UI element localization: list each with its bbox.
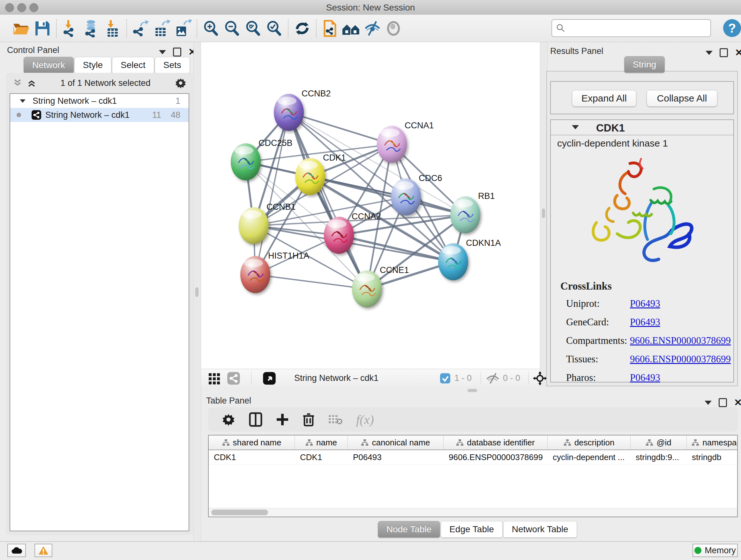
column-header-shared-name[interactable]: shared name bbox=[209, 435, 295, 449]
network-canvas[interactable]: CCNB2CCNA1CDC25BCDK1CDC6RB1CCNB1CCNA2CDK… bbox=[201, 42, 540, 369]
crosslink-link[interactable]: P06493 bbox=[630, 372, 660, 383]
warnings-button[interactable] bbox=[35, 544, 52, 557]
hidden-count: 0 - 0 bbox=[503, 373, 520, 383]
float-panel-icon[interactable] bbox=[720, 48, 728, 57]
table-cell[interactable]: cyclin-dependent ... bbox=[548, 450, 630, 464]
expand-all-tree-icon[interactable] bbox=[27, 78, 37, 87]
zoom-fit-button[interactable] bbox=[243, 18, 264, 39]
close-panel-icon[interactable]: ✕ bbox=[735, 48, 741, 57]
save-session-button[interactable] bbox=[32, 18, 53, 39]
add-column-icon[interactable] bbox=[276, 413, 289, 426]
edge-CCNB2-CCNA1[interactable] bbox=[289, 112, 392, 144]
selected-checkbox-icon[interactable] bbox=[440, 373, 451, 384]
node-CDK1[interactable]: CDK1 bbox=[295, 153, 346, 195]
string-import-button[interactable] bbox=[320, 18, 341, 39]
export-table-button[interactable] bbox=[151, 18, 172, 39]
node-RB1[interactable]: RB1 bbox=[450, 191, 495, 233]
crosslink-link[interactable]: 9606.ENSP00000378699 bbox=[630, 335, 731, 347]
panel-menu-icon[interactable] bbox=[704, 401, 712, 405]
column-header-@id[interactable]: @id bbox=[630, 435, 687, 449]
collection-count: 1 bbox=[176, 96, 180, 106]
tab-select[interactable]: Select bbox=[112, 57, 154, 73]
cloud-status-button[interactable] bbox=[7, 544, 26, 557]
tab-node-table[interactable]: Node Table bbox=[378, 521, 440, 538]
gear-icon[interactable] bbox=[221, 413, 235, 427]
float-panel-icon[interactable] bbox=[173, 48, 181, 57]
node-CDC6[interactable]: CDC6 bbox=[391, 173, 442, 215]
string-view-icon[interactable] bbox=[227, 372, 240, 385]
home-networks-button[interactable] bbox=[341, 18, 362, 39]
table-row[interactable]: CDK1CDK1P064939606.ENSP00000378699cyclin… bbox=[209, 450, 737, 464]
show-hidden-button[interactable] bbox=[383, 18, 404, 39]
application-window: Session: New Session bbox=[0, 0, 741, 560]
network-collection-row[interactable]: String Network – cdk1 1 bbox=[10, 94, 189, 108]
panel-menu-icon[interactable] bbox=[159, 50, 166, 54]
edge-CCNB2-HIST1H1A[interactable] bbox=[255, 112, 289, 274]
tree-expander-icon[interactable] bbox=[20, 99, 25, 103]
search-input[interactable] bbox=[565, 21, 711, 36]
left-splitter[interactable] bbox=[193, 42, 201, 541]
tab-network-table[interactable]: Network Table bbox=[503, 521, 577, 538]
zoom-in-button[interactable] bbox=[200, 18, 221, 39]
edge-CCNE1-HIST1H1A[interactable] bbox=[255, 274, 367, 289]
edge-CCNB2-CCNE1[interactable] bbox=[289, 112, 367, 289]
column-header-name[interactable]: name bbox=[295, 435, 348, 449]
table-cell[interactable]: CDK1 bbox=[295, 450, 348, 464]
export-image-button[interactable] bbox=[172, 18, 193, 39]
tab-edge-table[interactable]: Edge Table bbox=[441, 521, 502, 538]
node-CCNE1[interactable]: CCNE1 bbox=[352, 265, 409, 307]
crosslink-link[interactable]: 9606.ENSP00000378699 bbox=[630, 354, 731, 365]
node-HIST1H1A[interactable]: HIST1H1A bbox=[240, 251, 309, 293]
control-panel-title: Control Panel bbox=[7, 45, 59, 55]
tab-sets[interactable]: Sets bbox=[155, 57, 190, 73]
import-network-file-button[interactable] bbox=[60, 18, 81, 39]
select-columns-icon[interactable] bbox=[249, 412, 262, 427]
table-panel-title: Table Panel bbox=[206, 396, 251, 406]
node-CCNB1[interactable]: CCNB1 bbox=[239, 202, 296, 244]
birdseye-view-icon[interactable] bbox=[263, 372, 276, 385]
refresh-button[interactable] bbox=[292, 18, 313, 39]
left-splitter-handle[interactable] bbox=[195, 287, 199, 297]
collapse-all-button[interactable]: Collapse All bbox=[647, 90, 718, 107]
string-results-container: Expand All Collapse All CDK1 cyclin-depe… bbox=[546, 71, 738, 386]
column-header-canonical-name[interactable]: canonical name bbox=[348, 435, 444, 449]
export-network-button[interactable] bbox=[130, 18, 151, 39]
panel-menu-icon[interactable] bbox=[705, 51, 713, 55]
memory-button[interactable]: Memory bbox=[692, 544, 738, 557]
table-cell[interactable]: stringdb:9... bbox=[630, 450, 687, 464]
table-horizontal-scrollbar[interactable] bbox=[209, 508, 737, 516]
column-header-database-identifier[interactable]: database identifier bbox=[444, 435, 548, 449]
hide-selected-button[interactable] bbox=[362, 18, 383, 39]
help-button[interactable]: ? bbox=[723, 19, 741, 37]
zoom-out-button[interactable] bbox=[221, 18, 243, 39]
import-network-database-button[interactable] bbox=[81, 18, 102, 39]
scrollbar-thumb[interactable] bbox=[211, 509, 268, 515]
crosslink-link[interactable]: P06493 bbox=[630, 316, 660, 328]
table-cell[interactable]: 9606.ENSP00000378699 bbox=[444, 450, 548, 464]
column-header-description[interactable]: description bbox=[548, 435, 630, 449]
column-header-namespace[interactable]: namespace bbox=[687, 435, 738, 449]
gear-icon[interactable] bbox=[175, 77, 187, 89]
tab-style[interactable]: Style bbox=[74, 57, 111, 73]
protein-card-header[interactable]: CDK1 bbox=[551, 120, 733, 135]
open-session-button[interactable] bbox=[11, 18, 32, 39]
zoom-selected-button[interactable] bbox=[264, 18, 285, 39]
tab-network[interactable]: Network bbox=[23, 57, 74, 73]
collapse-all-tree-icon[interactable] bbox=[13, 78, 22, 87]
bottom-splitter-handle[interactable] bbox=[468, 389, 477, 392]
node-label-CCNA2: CCNA2 bbox=[352, 212, 381, 221]
float-panel-icon[interactable] bbox=[719, 398, 727, 407]
close-panel-icon[interactable]: ✕ bbox=[734, 398, 741, 408]
collapse-protein-icon[interactable] bbox=[572, 125, 579, 129]
node-CDKN1A[interactable]: CDKN1A bbox=[438, 238, 501, 280]
table-cell[interactable]: CDK1 bbox=[209, 450, 295, 464]
tab-string[interactable]: String bbox=[624, 56, 665, 73]
table-cell[interactable]: stringdb bbox=[687, 450, 738, 464]
expand-all-button[interactable]: Expand All bbox=[572, 90, 636, 107]
import-table-button[interactable] bbox=[102, 18, 123, 39]
table-cell[interactable]: P06493 bbox=[348, 450, 444, 464]
delete-column-icon[interactable] bbox=[302, 412, 315, 427]
network-row-selected[interactable]: String Network – cdk1 11 48 bbox=[10, 108, 189, 122]
crosslink-link[interactable]: P06493 bbox=[630, 298, 660, 309]
grid-view-icon[interactable] bbox=[208, 372, 221, 385]
